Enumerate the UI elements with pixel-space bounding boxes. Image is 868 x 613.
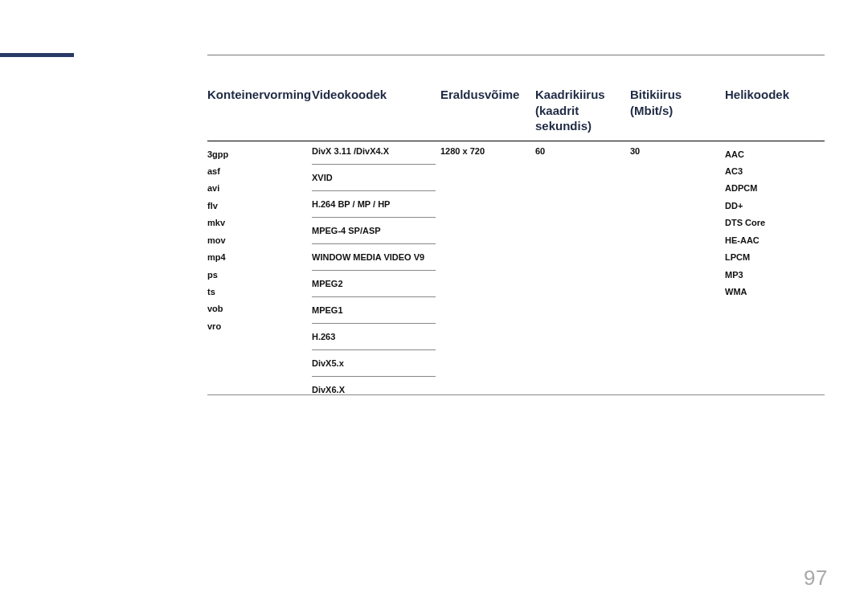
table-row: 3gpp asf avi flv mkv mov mp4 ps ts vob v… [207,141,825,394]
list-item: DTS Core [725,215,820,231]
list-item: WINDOW MEDIA VIDEO V9 [312,244,436,271]
accent-bar [0,53,74,57]
cell-resolution: 1280 x 720 [440,141,535,394]
codec-table: Konteinervorming Videokoodek Eraldusvõim… [207,80,825,395]
list-item: DivX 3.11 /DivX4.X [312,141,436,165]
list-item: MPEG-4 SP/ASP [312,218,436,244]
list-item: 3gpp [207,146,307,163]
audiocodec-list: AAC AC3 ADPCM DD+ DTS Core HE-AAC LPCM M… [725,146,820,301]
list-item: H.263 [312,324,436,350]
col-bitikiirus: Bitikiirus (Mbit/s) [630,80,725,141]
list-item: ADPCM [725,180,820,197]
list-item: ts [207,284,307,300]
list-item: AAC [725,146,820,163]
list-item: flv [207,198,307,215]
list-item: H.264 BP / MP / HP [312,191,436,218]
list-item: mkv [207,215,307,231]
list-item: DivX6.X [312,377,436,394]
list-item: MPEG1 [312,297,436,324]
list-item: AC3 [725,163,820,180]
list-item: mp4 [207,249,307,266]
list-item: MP3 [725,267,820,284]
col-videokoodek: Videokoodek [312,80,440,141]
top-rule [207,55,825,55]
list-item: HE-AAC [725,232,820,249]
list-item: vro [207,318,307,335]
col-helikoodek: Helikoodek [725,80,825,141]
cell-videocodecs: DivX 3.11 /DivX4.X XVID H.264 BP / MP / … [312,141,440,394]
col-kaadrikiirus: Kaadrikiirus (kaadrit sekundis) [535,80,630,141]
list-item: mov [207,232,307,249]
page-number: 97 [804,566,828,591]
table-header-row: Konteinervorming Videokoodek Eraldusvõim… [207,80,825,141]
list-item: LPCM [725,249,820,266]
col-eraldusvoime: Eraldusvõime [440,80,535,141]
cell-containers: 3gpp asf avi flv mkv mov mp4 ps ts vob v… [207,141,312,394]
list-item: vob [207,300,307,317]
list-item: ps [207,267,307,284]
list-item: XVID [312,165,436,191]
videocodec-list: DivX 3.11 /DivX4.X XVID H.264 BP / MP / … [312,141,436,394]
cell-audiocodecs: AAC AC3 ADPCM DD+ DTS Core HE-AAC LPCM M… [725,141,825,394]
cell-framerate: 60 [535,141,630,394]
cell-bitrate: 30 [630,141,725,394]
list-item: avi [207,180,307,197]
list-item: DivX5.x [312,350,436,377]
container-list: 3gpp asf avi flv mkv mov mp4 ps ts vob v… [207,146,307,336]
col-konteinervorming: Konteinervorming [207,80,312,141]
list-item: DD+ [725,198,820,215]
list-item: MPEG2 [312,271,436,297]
list-item: asf [207,163,307,180]
list-item: WMA [725,284,820,300]
